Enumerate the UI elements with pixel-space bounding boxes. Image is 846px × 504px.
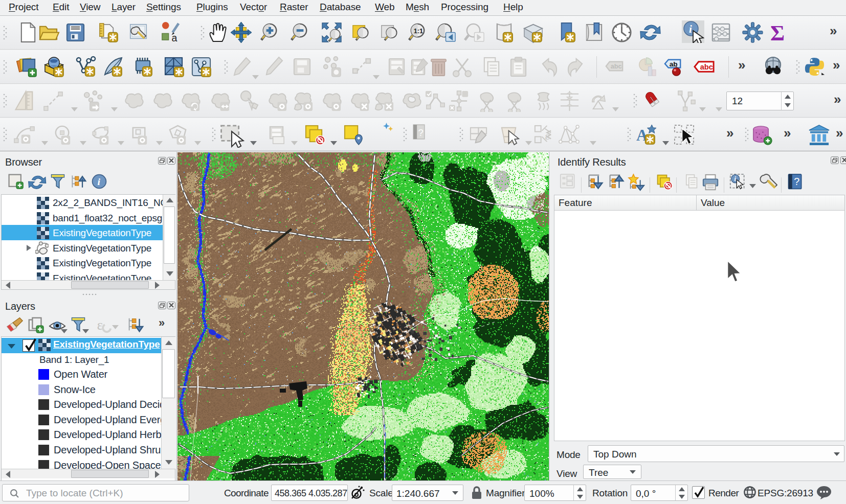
svg-text:1:1: 1:1 [414,28,423,35]
svg-text:?: ? [794,176,799,187]
svg-text:i: i [734,175,736,182]
svg-text:i: i [689,23,692,35]
svg-text:abc: abc [700,63,713,71]
svg-text:ε: ε [97,317,103,333]
svg-text:ε: ε [545,130,549,142]
svg-text:Σ: Σ [770,21,785,43]
svg-text:?: ? [418,127,423,138]
svg-text:abc: abc [611,63,622,70]
svg-text:i: i [97,176,100,187]
